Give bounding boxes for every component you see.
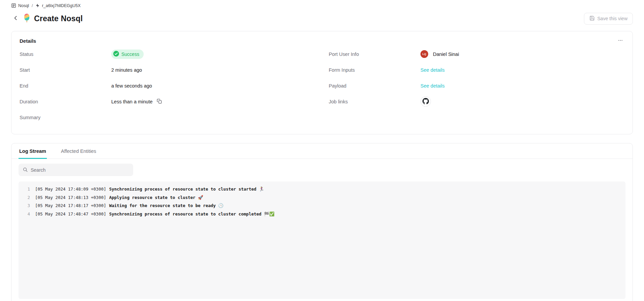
details-title: Details xyxy=(20,38,36,44)
end-label: End xyxy=(20,83,111,89)
ellipsis-icon xyxy=(618,39,623,44)
copy-duration-button[interactable] xyxy=(157,99,162,105)
log-line-number: 1 xyxy=(19,185,30,194)
github-link-button[interactable] xyxy=(420,96,431,107)
log-message: Synchronizing process of resource state … xyxy=(109,185,264,194)
log-line-number: 4 xyxy=(19,210,30,219)
log-viewer[interactable]: 1 [05 May 2024 17:48:09 +0300] Synchroni… xyxy=(19,181,625,299)
user-name: Daniel Sinai xyxy=(433,52,459,57)
start-label: Start xyxy=(20,67,111,73)
more-options-button[interactable] xyxy=(616,37,624,45)
detail-row-status: Status Success xyxy=(20,46,315,62)
page-header: Create Nosql Save this view xyxy=(11,11,633,26)
log-message: Waiting for the resource state to be rea… xyxy=(109,202,224,210)
log-line: 4 [05 May 2024 17:48:47 +0300] Synchroni… xyxy=(19,210,625,219)
tab-bar: Log Stream Affected Entities xyxy=(11,143,633,159)
tab-log-stream[interactable]: Log Stream xyxy=(19,143,47,159)
details-card: Details Status xyxy=(11,31,633,134)
log-timestamp: [05 May 2024 17:48:09 +0300] xyxy=(35,185,106,194)
save-floppy-icon xyxy=(589,15,595,22)
duration-label: Duration xyxy=(20,99,111,104)
breadcrumb: Nosql / r_a6lxj7hllDEGgU5X xyxy=(11,0,633,8)
save-this-view-button[interactable]: Save this view xyxy=(584,13,633,25)
form-inputs-label: Form Inputs xyxy=(329,67,420,73)
payload-see-details-link[interactable]: See details xyxy=(420,83,445,89)
action-popsicle-icon xyxy=(23,13,30,24)
breadcrumb-separator: / xyxy=(32,3,33,8)
summary-label: Summary xyxy=(20,115,111,120)
detail-row-form-inputs: Form Inputs See details xyxy=(329,62,624,78)
log-timestamp: [05 May 2024 17:48:13 +0300] xyxy=(35,194,106,202)
detail-row-duration: Duration Less than a minute xyxy=(20,94,315,109)
duration-value: Less than a minute xyxy=(111,99,153,104)
log-line: 2 [05 May 2024 17:48:13 +0300] Applying … xyxy=(19,194,625,202)
log-timestamp: [05 May 2024 17:48:17 +0300] xyxy=(35,202,106,210)
detail-row-start: Start 2 minutes ago xyxy=(20,62,315,78)
detail-row-job-links: Job links xyxy=(329,94,624,109)
detail-row-summary: Summary xyxy=(20,109,315,125)
log-stream-card: Log Stream Affected Entities 1 [05 May 2… xyxy=(11,143,633,301)
breadcrumb-blueprint-label: Nosql xyxy=(18,3,29,8)
start-value: 2 minutes ago xyxy=(111,67,142,73)
payload-label: Payload xyxy=(329,83,420,89)
breadcrumb-run-id: r_a6lxj7hllDEGgU5X xyxy=(42,3,81,8)
status-label: Status xyxy=(20,52,111,57)
status-badge: Success xyxy=(111,49,144,59)
back-button[interactable] xyxy=(11,14,20,23)
breadcrumb-blueprint[interactable]: Nosql xyxy=(11,3,29,8)
github-icon xyxy=(422,98,429,105)
search-icon xyxy=(23,167,28,174)
save-this-view-label: Save this view xyxy=(597,16,627,21)
details-card-header: Details xyxy=(20,37,624,45)
lightning-bolt-icon xyxy=(35,3,40,8)
end-value: a few seconds ago xyxy=(111,83,152,89)
log-line-number: 2 xyxy=(19,194,30,202)
log-line: 1 [05 May 2024 17:48:09 +0300] Synchroni… xyxy=(19,185,625,194)
copy-icon xyxy=(157,99,162,105)
log-search xyxy=(19,164,133,176)
status-badge-label: Success xyxy=(121,52,139,57)
log-message: Applying resource state to cluster 🚀 xyxy=(109,194,203,202)
job-links-label: Job links xyxy=(329,99,420,104)
chevron-left-icon xyxy=(13,15,19,22)
log-line: 3 [05 May 2024 17:48:17 +0300] Waiting f… xyxy=(19,202,625,210)
detail-row-port-user: Port User Info LQ Daniel Sinai xyxy=(329,46,624,62)
catalog-icon xyxy=(11,3,16,8)
run-details-page: Nosql / r_a6lxj7hllDEGgU5X xyxy=(0,0,644,301)
title-wrap: Create Nosql xyxy=(23,13,83,24)
details-grid: Status Success xyxy=(20,46,624,125)
detail-row-payload: Payload See details xyxy=(329,78,624,94)
port-user-info-label: Port User Info xyxy=(329,52,420,57)
user-avatar: LQ xyxy=(420,50,428,58)
page-title: Create Nosql xyxy=(34,14,83,23)
form-inputs-see-details-link[interactable]: See details xyxy=(420,67,445,73)
search-input[interactable] xyxy=(19,164,133,176)
log-line-number: 3 xyxy=(19,202,30,210)
log-message: Synchronizing process of resource state … xyxy=(109,210,274,219)
breadcrumb-run[interactable]: r_a6lxj7hllDEGgU5X xyxy=(35,3,81,8)
detail-row-end: End a few seconds ago xyxy=(20,78,315,94)
tab-affected-entities[interactable]: Affected Entities xyxy=(60,143,97,159)
log-timestamp: [05 May 2024 17:48:47 +0300] xyxy=(35,210,106,219)
details-right-column: Port User Info LQ Daniel Sinai Form Inpu… xyxy=(329,46,624,125)
details-left-column: Status Success xyxy=(20,46,315,125)
check-circle-icon xyxy=(113,51,119,58)
